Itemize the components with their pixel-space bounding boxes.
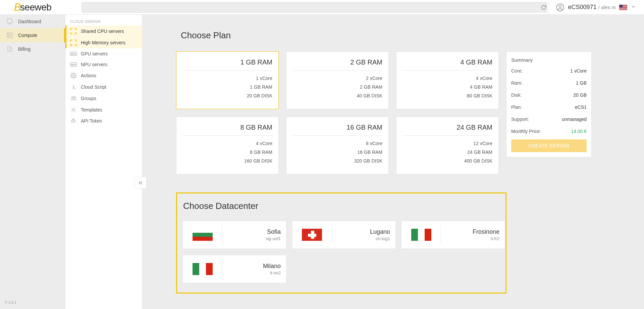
plan-core: 2 vCore [292,74,382,83]
summary-row: Disk:20 GB [511,89,587,101]
api-token-icon [70,118,77,124]
plan-heading: 2 GB RAM [292,55,382,71]
account-label: eCS00971 / alex.m [568,4,616,11]
plan-disk: 80 GB DISK [402,91,492,100]
cpu-icon [70,28,77,34]
plan-ram: 24 GB RAM [402,148,492,157]
datacenter-name: Lugano [332,228,390,235]
cpu-icon [70,40,77,46]
chevron-down-icon [631,4,636,10]
secondary-sidebar: CLOUD SERVER Shared CPU serversHigh Memo… [65,15,143,309]
search-input[interactable] [82,2,547,13]
compute-icon [6,32,13,39]
plan-heading: 8 GB RAM [182,120,272,136]
plan-disk: 40 GB DISK [292,91,382,100]
plan-heading: 4 GB RAM [402,55,492,71]
datacenter-code: it-fr2 [441,236,499,241]
plan-ram: 2 GB RAM [292,83,382,91]
script-icon [70,84,77,90]
choose-datacenter-title: Choose Datacenter [183,201,500,211]
plan-core: 1 vCore [182,74,272,83]
plan-disk: 160 GB DISK [182,157,272,165]
plan-card[interactable]: 8 GB RAM4 vCore8 GB RAM160 GB DISK [176,117,279,174]
flag-bg-icon [193,229,213,241]
secondary-nav-item[interactable]: Cloud Script [65,81,142,93]
dashboard-icon [6,18,13,25]
datacenter-name: Frosinone [441,228,499,235]
secondary-nav-item[interactable]: NPUNPU servers [65,59,142,70]
datacenter-card[interactable]: Milanoit-mi2 [182,255,286,283]
secondary-nav-item[interactable]: API Token [65,116,142,126]
plan-core: 8 vCore [292,139,382,148]
plan-ram: 4 GB RAM [402,83,492,91]
account-menu[interactable]: eCS00971 / alex.m [549,0,644,14]
plan-heading: 1 GB RAM [182,55,272,71]
brand-logo[interactable]: Bseeweb [0,1,65,13]
chevrons-left-icon: « [139,178,143,187]
groups-icon [70,95,77,101]
billing-icon [6,46,13,52]
svg-point-5 [8,34,8,34]
flag-it-icon [193,263,213,275]
plan-ram: 16 GB RAM [292,148,382,157]
datacenter-card[interactable]: Frosinoneit-fr2 [401,221,505,249]
locale-flag-icon[interactable] [619,5,627,10]
user-icon [556,3,565,12]
flag-it-icon [411,229,431,241]
create-server-button[interactable]: CREATE SERVER [511,139,587,152]
summary-title: Summary [511,57,587,65]
gpu-icon: GPU [70,52,77,56]
secondary-nav-item[interactable]: GPUGPU servers [65,48,142,59]
primary-nav-dashboard[interactable]: Dashboard [0,15,65,28]
gear-icon [70,73,77,79]
plan-card[interactable]: 16 GB RAM8 vCore16 GB RAM320 GB DISK [286,117,389,174]
primary-sidebar: DashboardComputeBilling V 1.0.1 [0,15,65,309]
templates-icon [70,107,77,113]
datacenter-code: bg-sof1 [222,236,281,241]
svg-point-6 [8,37,8,37]
plan-heading: 24 GB RAM [402,120,492,136]
plan-card[interactable]: 24 GB RAM12 vCore24 GB RAM400 GB DISK [396,117,499,174]
plan-core: 4 vCore [402,74,492,83]
npu-icon: NPU [70,62,77,67]
plan-core: 12 vCore [402,139,492,148]
plan-disk: 20 GB DISK [182,91,272,100]
svg-rect-2 [7,19,12,23]
summary-row: Plan:eCS1 [511,101,587,113]
sidebar-collapse-toggle[interactable]: « [135,177,147,189]
plan-grid: 1 GB RAM1 vCore1 GB RAM20 GB DISK2 GB RA… [176,51,499,174]
plan-core: 4 vCore [182,139,272,148]
svg-point-9 [73,75,74,77]
plan-card[interactable]: 2 GB RAM2 vCore2 GB RAM40 GB DISK [286,51,389,109]
svg-point-12 [74,97,76,98]
refresh-icon[interactable] [539,2,549,12]
flag-ch-icon [302,229,322,241]
datacenter-card[interactable]: Sofiabg-sof1 [182,221,286,249]
secondary-nav-item[interactable]: Actions [65,70,142,81]
summary-row: Core:1 vCore [511,65,587,77]
plan-card[interactable]: 4 GB RAM4 vCore4 GB RAM80 GB DISK [396,51,499,109]
plan-disk: 320 GB DISK [292,157,382,165]
version-label: V 1.0.1 [0,296,65,309]
secondary-sidebar-header: CLOUD SERVER [65,17,142,26]
svg-point-1 [559,5,561,7]
secondary-nav-item[interactable]: Templates [65,104,142,116]
choose-datacenter-section: Choose Datacenter Sofiabg-sof1Luganoch-l… [176,192,506,294]
plan-disk: 400 GB DISK [402,157,492,165]
datacenter-name: Sofia [222,228,281,235]
svg-point-13 [73,109,74,111]
primary-nav-compute[interactable]: Compute [0,28,65,42]
svg-point-11 [72,97,73,98]
plan-card[interactable]: 1 GB RAM1 vCore1 GB RAM20 GB DISK [176,51,279,109]
secondary-nav-item[interactable]: Shared CPU servers [65,26,142,37]
primary-nav-billing[interactable]: Billing [0,42,65,56]
datacenter-code: ch-lug1 [332,236,390,241]
summary-row: Ram:1 GB [511,77,587,89]
summary-price-row: Monthly Price: 14.00 € [511,125,587,137]
plan-heading: 16 GB RAM [292,120,382,136]
datacenter-card[interactable]: Luganoch-lug1 [292,221,396,249]
secondary-nav-item[interactable]: Groups [65,93,142,104]
secondary-nav-item[interactable]: High Memory servers [65,37,142,48]
choose-plan-title: Choose Plan [181,30,640,41]
summary-row: Support:unmanaged [511,113,587,125]
